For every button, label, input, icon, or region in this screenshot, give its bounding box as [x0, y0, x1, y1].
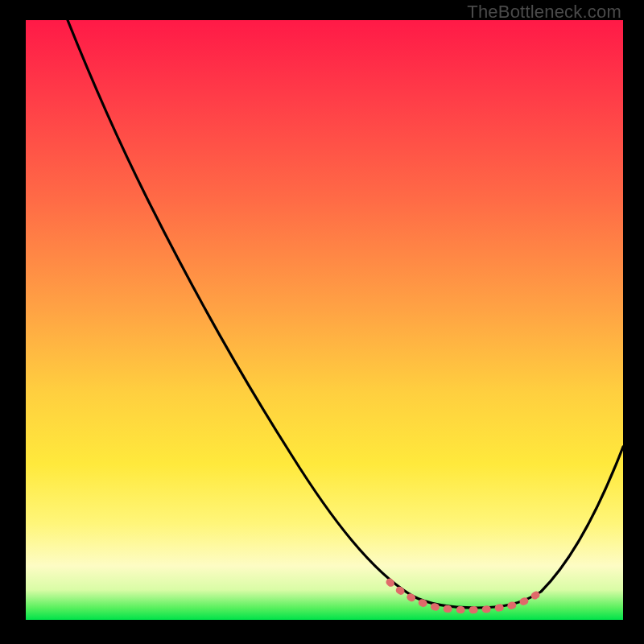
- curve-path: [68, 20, 623, 608]
- watermark-text: TheBottleneck.com: [467, 2, 621, 23]
- chart-frame: TheBottleneck.com: [0, 0, 644, 644]
- bottleneck-curve: [26, 20, 623, 620]
- valley-highlight: [390, 582, 543, 610]
- gradient-plot-area: [26, 20, 623, 620]
